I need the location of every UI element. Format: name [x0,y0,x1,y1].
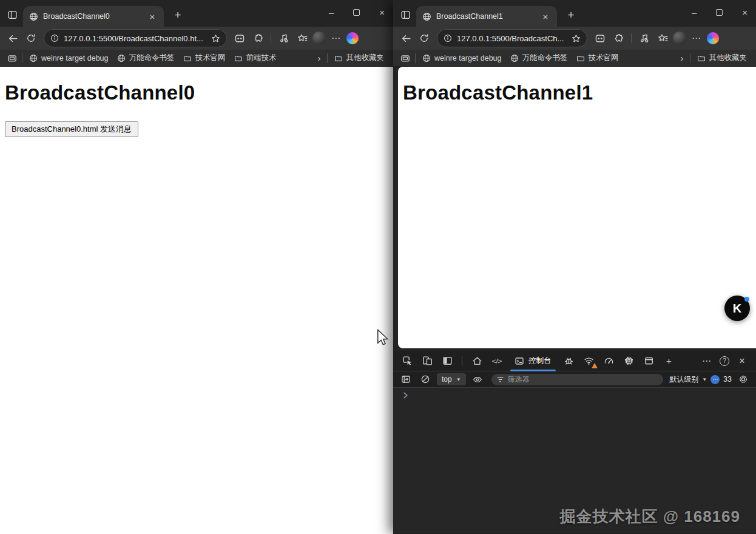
console-icon [515,356,524,366]
bookmark-item[interactable]: 万能命令书签 [113,51,179,65]
performance-tab-icon[interactable] [601,353,617,369]
extensions-puzzle-icon[interactable] [250,30,266,46]
bookmark-folder[interactable]: 技术官网 [572,51,623,65]
bookmark-star-icon[interactable] [572,34,581,43]
settings-more-icon[interactable]: ⋯ [328,30,344,46]
folder-icon [576,54,585,63]
tab-close-icon[interactable]: × [540,11,551,22]
chevron-down-icon: ▼ [702,377,707,382]
bookmarks-overflow-icon[interactable]: › [314,53,325,63]
workspaces-icon[interactable] [398,7,413,22]
console-settings-gear-icon[interactable] [735,371,751,387]
elements-tab-icon[interactable]: </> [489,353,505,369]
minimize-button[interactable]: – [692,7,697,18]
favorites-hub-icon[interactable] [655,30,670,46]
back-icon[interactable] [398,30,414,46]
inspect-element-icon[interactable] [399,353,415,369]
device-emulation-icon[interactable] [419,353,435,369]
devtools-more-icon[interactable]: ⋯ [699,353,715,369]
back-icon[interactable] [5,30,21,46]
bookmarks-bar: weinre target debug 万能命令书签 技术官网 前端技术 › 其… [0,50,393,67]
settings-more-icon[interactable]: ⋯ [689,30,704,46]
tab-bar: BroadcastChannel0 × + – × [0,0,393,27]
welcome-home-icon[interactable] [469,353,485,369]
extension-robot-icon[interactable] [592,30,608,46]
clear-console-icon[interactable] [417,371,433,387]
favorites-hub-icon[interactable] [294,30,310,46]
recorder-logo[interactable]: K [724,296,750,321]
globe-icon [29,54,38,63]
refresh-icon[interactable] [23,30,39,46]
tab-close-icon[interactable]: × [147,11,158,22]
apps-icon[interactable] [398,50,413,66]
profile-avatar[interactable] [673,32,686,45]
log-level-selector[interactable]: 默认级别 ▼ [669,374,707,385]
window-controls: – × [329,7,385,18]
console-filter[interactable] [491,374,664,385]
new-tab-button[interactable]: + [563,7,579,23]
devtools-close-icon[interactable]: × [734,353,750,369]
devtools-help-icon[interactable]: ? [720,356,729,366]
browser-tab[interactable]: BroadcastChannel0 × [23,6,164,27]
webpage-broadcastchannel0: BroadcastChannel0 BroadcastChannel0.html… [0,67,393,534]
devtools-tab-bar: </> 控制台 + ⋯ ? [393,351,756,371]
address-bar[interactable]: 127.0.0.1:5500/BroadcastChannel0.ht... [44,29,227,47]
window-close-button[interactable]: × [379,7,385,18]
network-warning-icon [592,363,598,368]
console-tab[interactable]: 控制台 [509,351,557,371]
tab-bar: BroadcastChannel1 × + – × [393,0,756,27]
navigation-toolbar: 127.0.0.1:5500/BroadcastChannel0.ht... ⋯ [0,27,393,50]
recording-dot [744,297,749,302]
browser-window-right: BroadcastChannel1 × + – × 127.0.0.1:5500… [393,0,756,534]
memory-tab-icon[interactable] [621,353,637,369]
refresh-icon[interactable] [416,30,432,46]
filter-input[interactable] [508,375,659,384]
media-note-icon[interactable] [636,30,652,46]
bookmark-item[interactable]: weinre target debug [418,52,506,64]
issues-bug-icon[interactable] [561,353,577,369]
extensions-puzzle-icon[interactable] [610,30,626,46]
bookmark-star-icon[interactable] [211,34,220,43]
bookmarks-bar: weinre target debug 万能命令书签 技术官网 › 其他收藏夹 [393,50,756,67]
console-sidebar-icon[interactable] [398,371,414,387]
url-text: 127.0.0.1:5500/BroadcastChannel0.ht... [64,34,206,43]
send-message-button[interactable]: BroadcastChannel0.html 发送消息 [5,121,138,137]
apps-icon[interactable] [5,50,19,66]
other-favorites-folder[interactable]: 其他收藏夹 [330,51,389,65]
console-output-area[interactable]: 掘金技术社区 @ 168169 [393,388,756,533]
minimize-button[interactable]: – [329,7,334,18]
dock-side-icon[interactable] [439,353,455,369]
webpage-broadcastchannel1: BroadcastChannel1 [398,67,756,348]
devtools-panel: </> 控制台 + ⋯ ? [393,351,756,534]
workspaces-icon[interactable] [5,7,19,22]
profile-avatar[interactable] [312,32,326,45]
copilot-icon[interactable] [707,32,719,44]
maximize-button[interactable] [353,9,360,16]
site-info-icon[interactable] [444,34,452,42]
toolbar-divider [271,33,271,43]
bookmark-item[interactable]: weinre target debug [25,52,113,64]
more-tools-plus-icon[interactable]: + [661,353,677,369]
browser-tab[interactable]: BroadcastChannel1 × [416,6,557,27]
globe-favicon [422,12,431,21]
bookmarks-overflow-icon[interactable]: › [677,53,687,63]
bookmark-folder[interactable]: 技术官网 [179,51,230,65]
bookmark-folder[interactable]: 前端技术 [230,51,281,65]
new-tab-button[interactable]: + [170,7,186,23]
extension-robot-icon[interactable] [232,30,248,46]
live-expression-eye-icon[interactable] [470,371,485,387]
console-toolbar: top ▼ 默认级别 ▼ ⋯ 33 [393,371,756,388]
copilot-icon[interactable] [346,32,359,44]
address-bar[interactable]: 127.0.0.1:5500/BroadcastCh... [437,29,587,47]
application-tab-icon[interactable] [641,353,657,369]
other-favorites-folder[interactable]: 其他收藏夹 [693,51,752,65]
media-note-icon[interactable] [276,30,292,46]
maximize-button[interactable] [716,9,723,16]
bookmark-item[interactable]: 万能命令书签 [506,51,572,65]
tab-title: BroadcastChannel1 [436,12,535,21]
window-close-button[interactable]: × [742,7,748,18]
site-info-icon[interactable] [50,34,59,42]
issues-bubble-icon[interactable]: ⋯ [710,375,720,384]
network-tab-icon[interactable] [581,353,597,369]
context-selector[interactable]: top ▼ [437,373,466,385]
